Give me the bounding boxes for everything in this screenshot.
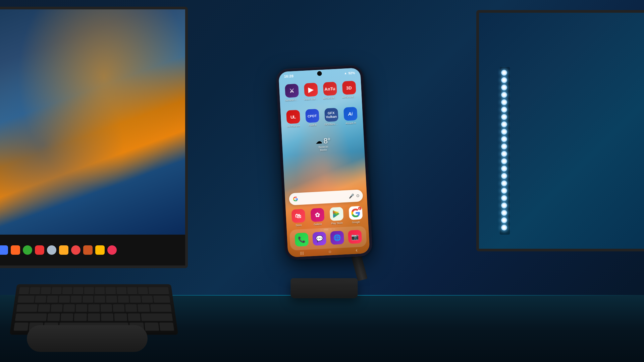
app-ul-procyon[interactable]: UL UL Procyon (284, 110, 302, 128)
cpdt-label: Cpdt B (309, 123, 316, 127)
key[interactable] (141, 313, 173, 322)
key[interactable] (38, 304, 50, 312)
led-dot (501, 77, 507, 83)
app-galerie[interactable]: ✿ Galerie (309, 208, 326, 226)
key[interactable] (95, 287, 105, 295)
app-video-loader[interactable]: ▶ Video Loader (302, 83, 320, 101)
key[interactable] (142, 296, 153, 303)
key[interactable] (101, 304, 112, 312)
led-dot (501, 202, 507, 208)
key[interactable] (106, 296, 117, 303)
app-genshin-impact[interactable]: ⚔ Genshin Impact (283, 84, 301, 102)
key[interactable] (118, 296, 129, 303)
google-label: Google (352, 221, 360, 224)
key[interactable] (47, 296, 58, 303)
key[interactable] (51, 304, 63, 312)
key[interactable] (74, 313, 87, 322)
key[interactable] (101, 313, 114, 322)
key[interactable] (19, 287, 30, 295)
microphone-icon[interactable]: 🎤 (348, 193, 354, 199)
aimark-icon: Ai (343, 107, 357, 121)
key[interactable] (106, 287, 116, 295)
app-google[interactable]: 1 Google (347, 206, 364, 224)
key[interactable] (83, 296, 94, 303)
key[interactable] (130, 296, 141, 303)
app-play-store[interactable]: Play Store (328, 207, 345, 225)
key[interactable] (144, 323, 159, 331)
weather-icon: ☁ (315, 137, 322, 145)
led-dot (501, 217, 507, 223)
key[interactable] (113, 304, 125, 312)
home-button[interactable]: ○ (328, 249, 331, 254)
led-dot (501, 99, 507, 105)
key[interactable] (15, 313, 47, 322)
key[interactable] (138, 287, 148, 295)
key[interactable] (73, 287, 83, 295)
key[interactable] (70, 296, 82, 303)
phone-stand: 16:28 ▲ 92% ⚔ Genshin Impact (270, 64, 378, 298)
back-button[interactable]: ‹ (356, 247, 358, 253)
key[interactable] (16, 304, 38, 312)
key[interactable] (84, 287, 94, 295)
app-cpdt[interactable]: CPDT Cpdt B (304, 109, 321, 127)
taskbar-icon-7 (59, 245, 68, 255)
key[interactable] (159, 323, 174, 331)
key[interactable] (127, 287, 138, 295)
key[interactable] (17, 296, 35, 303)
stand-base (290, 278, 358, 298)
key[interactable] (51, 287, 62, 295)
key[interactable] (88, 304, 100, 312)
app-antutu[interactable]: AnTu AnTuTu Benchm. (321, 82, 339, 100)
led-dot (501, 121, 507, 127)
antutu3d-icon: 3D (342, 81, 356, 95)
key[interactable] (30, 287, 40, 295)
key[interactable] (59, 296, 70, 303)
video-loader-label: Video Loader (304, 97, 319, 101)
led-dot (501, 188, 507, 194)
dock-phone[interactable]: 📞 (292, 232, 311, 247)
key[interactable] (116, 287, 126, 295)
led-dot (501, 151, 507, 157)
key[interactable] (41, 287, 51, 295)
key[interactable] (149, 287, 169, 295)
app-grid-row2: UL UL Procyon CPDT Cpdt B GFXVulkan G (280, 104, 363, 131)
recents-button[interactable]: ||| (300, 251, 304, 255)
key[interactable] (150, 304, 171, 312)
google-logo (292, 196, 299, 202)
aimark-label: AImark ® (345, 121, 356, 125)
led-dot (501, 143, 507, 149)
lens-icon[interactable]: ⊙ (356, 193, 360, 198)
key[interactable] (13, 323, 29, 331)
led-strip (500, 67, 510, 235)
key[interactable] (88, 313, 100, 322)
key[interactable] (128, 313, 141, 322)
app-antutu3d[interactable]: 3D AnTuTu Benchm. (340, 81, 358, 99)
key[interactable] (138, 304, 150, 312)
app-aimark[interactable]: Ai AImark ® (342, 107, 359, 125)
key[interactable] (153, 296, 170, 303)
key[interactable] (35, 296, 47, 303)
app-gfxbench[interactable]: GFXVulkan GEXBench Vulkan (323, 108, 340, 126)
led-dot (501, 136, 507, 142)
key[interactable] (94, 296, 105, 303)
led-dot (501, 173, 507, 179)
dock-internet[interactable]: 🌐 (328, 231, 346, 245)
led-dot (501, 84, 507, 90)
wifi-icon: ▲ (344, 71, 347, 75)
key[interactable] (47, 313, 60, 322)
key[interactable] (114, 313, 127, 322)
dock-messages[interactable]: 💬 (310, 232, 328, 246)
battery-indicator: 92% (348, 71, 355, 75)
play-store-icon (329, 207, 343, 221)
key[interactable] (75, 304, 87, 312)
camera-icon: 📷 (348, 230, 362, 244)
app-samsung-store[interactable]: 🛍 Store (290, 209, 307, 227)
led-dot (501, 180, 507, 186)
led-dot (501, 210, 507, 216)
key[interactable] (61, 313, 73, 322)
key[interactable] (63, 304, 75, 312)
dock-camera[interactable]: 📷 (345, 230, 364, 244)
galerie-icon: ✿ (310, 208, 324, 222)
key[interactable] (62, 287, 72, 295)
key[interactable] (125, 304, 138, 312)
